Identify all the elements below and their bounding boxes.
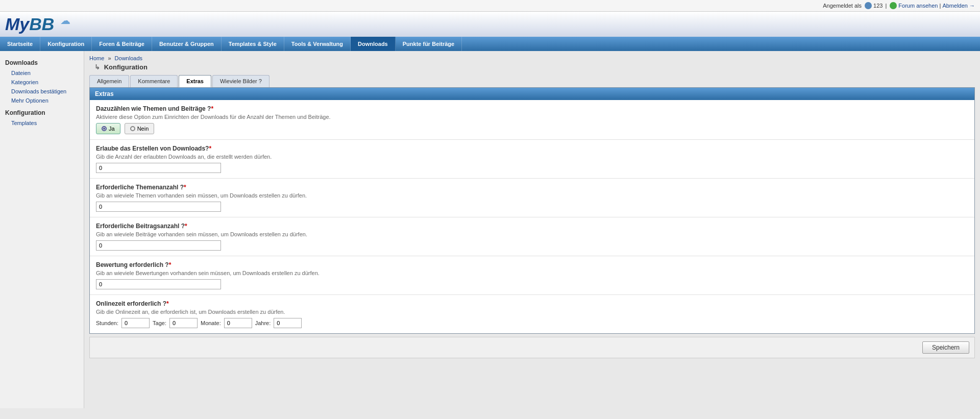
input-required-ratings[interactable] (96, 279, 221, 289)
section-header-extras: Extras (90, 88, 974, 100)
tabs-container: Allgemein Kommentare Extras Wieviele Bil… (89, 75, 975, 87)
radio-ja-label: Ja (109, 126, 115, 132)
breadcrumb-sep1: » (108, 55, 111, 61)
globe-icon (890, 2, 897, 9)
radio-ja-dot (102, 126, 107, 131)
sidebar-section-downloads: Downloads (0, 56, 84, 68)
logo-bb: BB (29, 14, 54, 34)
content-panel: Extras Dazuzählen wie Themen und Beiträg… (89, 87, 975, 334)
field-count-topics: Dazuzählen wie Themen und Beiträge ?* Ak… (90, 100, 974, 140)
field-required-ratings: Bewertung erforderlich ?* Gib an wieviel… (90, 256, 974, 295)
nav-item-tools[interactable]: Tools & Verwaltung (284, 37, 351, 51)
field-required-ratings-desc: Gib an wieviele Bewertungen vorhanden se… (96, 270, 968, 276)
nav-item-foren[interactable]: Foren & Beiträge (92, 37, 152, 51)
input-months[interactable] (224, 318, 252, 328)
field-required-posts-desc: Gib an wieviele Beiträge vorhanden sein … (96, 231, 968, 237)
nav-item-templates[interactable]: Templates & Style (222, 37, 284, 51)
logged-in-label: Angemeldet als (823, 3, 862, 9)
save-button[interactable]: Speichern (922, 341, 969, 354)
logout-link[interactable]: Abmelden (942, 3, 968, 9)
radio-nein[interactable]: Nein (125, 123, 155, 134)
tab-allgemein[interactable]: Allgemein (89, 75, 129, 87)
years-label: Jahre: (255, 320, 271, 326)
logo: MyBB ☁ (5, 14, 70, 34)
layout: Downloads Dateien Kategorien Downloads b… (0, 51, 980, 408)
nav-item-downloads[interactable]: Downloads (351, 37, 396, 51)
topbar: Angemeldet als 123 | Forum ansehen | Abm… (0, 0, 980, 12)
field-allow-create-label: Erlaube das Erstellen von Downloads?* (96, 145, 968, 152)
input-required-topics[interactable] (96, 202, 221, 212)
username: 123 (873, 3, 883, 9)
days-label: Tage: (153, 320, 166, 326)
input-allow-create[interactable] (96, 163, 221, 173)
logout-arrow: → (969, 3, 975, 9)
sidebar: Downloads Dateien Kategorien Downloads b… (0, 51, 84, 408)
sidebar-item-templates[interactable]: Templates (0, 118, 84, 128)
nav-item-punkte[interactable]: Punkte für Beiträge (396, 37, 462, 51)
field-count-topics-label: Dazuzählen wie Themen und Beiträge ?* (96, 105, 968, 112)
field-required-topics-desc: Gib an wieviele Themen vorhanden sein mü… (96, 192, 968, 199)
nav-item-startseite[interactable]: Startseite (0, 37, 40, 51)
field-online-time-desc: Gib die Onlinezeit an, die erforderlich … (96, 309, 968, 315)
nav-item-benutzer[interactable]: Benutzer & Gruppen (152, 37, 222, 51)
input-hours[interactable] (121, 318, 150, 328)
breadcrumb: Home » Downloads (89, 55, 975, 61)
nav-item-konfiguration[interactable]: Konfiguration (40, 37, 92, 51)
sidebar-item-optionen[interactable]: Mehr Optionen (0, 96, 84, 105)
page-title: Konfiguration (104, 63, 148, 71)
view-forum-link[interactable]: Forum ansehen (898, 3, 938, 9)
topbar-sep2: | (939, 3, 941, 9)
page-title-container: ↳ Konfiguration (89, 63, 975, 71)
page-title-arrow: ↳ (94, 63, 100, 71)
input-days[interactable] (169, 318, 198, 328)
save-bar: Speichern (89, 337, 975, 358)
tab-kommentare[interactable]: Kommentare (130, 75, 178, 87)
main-content: Home » Downloads ↳ Konfiguration Allgeme… (84, 51, 980, 408)
field-count-topics-desc: Aktiviere diese Option zum Einrichten de… (96, 114, 968, 120)
tab-wieviele-bilder[interactable]: Wieviele Bilder ? (212, 75, 270, 87)
main-nav: Startseite Konfiguration Foren & Beiträg… (0, 37, 980, 51)
input-required-posts[interactable] (96, 240, 221, 251)
logo-my: My (5, 14, 29, 34)
radio-ja[interactable]: Ja (96, 123, 120, 134)
field-required-topics-label: Erforderliche Themenanzahl ?* (96, 184, 968, 191)
field-online-time-label: Onlinezeit erforderlich ?* (96, 300, 968, 307)
breadcrumb-home[interactable]: Home (89, 55, 104, 61)
user-icon (865, 2, 872, 9)
input-years[interactable] (274, 318, 302, 328)
sidebar-item-bestaetigen[interactable]: Downloads bestätigen (0, 87, 84, 96)
field-online-time: Onlinezeit erforderlich ?* Gib die Onlin… (90, 295, 974, 333)
radio-nein-label: Nein (137, 126, 149, 132)
sidebar-item-dateien[interactable]: Dateien (0, 68, 84, 78)
online-time-fields: Stunden: Tage: Monate: Jahre: (96, 318, 968, 328)
header: MyBB ☁ (0, 12, 980, 37)
breadcrumb-downloads[interactable]: Downloads (115, 55, 142, 61)
field-required-posts: Erforderliche Beitragsanzahl ?* Gib an w… (90, 217, 974, 256)
months-label: Monate: (201, 320, 221, 326)
field-required-topics: Erforderliche Themenanzahl ?* Gib an wie… (90, 179, 974, 217)
topbar-sep1: | (885, 3, 887, 9)
radio-nein-dot (130, 126, 135, 131)
sidebar-item-kategorien[interactable]: Kategorien (0, 78, 84, 87)
field-required-posts-label: Erforderliche Beitragsanzahl ?* (96, 223, 968, 230)
field-allow-create: Erlaube das Erstellen von Downloads?* Gi… (90, 140, 974, 179)
field-required-ratings-label: Bewertung erforderlich ?* (96, 261, 968, 268)
radio-group-count-topics: Ja Nein (96, 123, 968, 134)
logo-cloud-icon: ☁ (60, 15, 70, 26)
tab-extras[interactable]: Extras (179, 75, 211, 87)
hours-label: Stunden: (96, 320, 118, 326)
field-allow-create-desc: Gib die Anzahl der erlaubten Downloads a… (96, 154, 968, 160)
sidebar-section-config: Konfiguration (0, 105, 84, 118)
